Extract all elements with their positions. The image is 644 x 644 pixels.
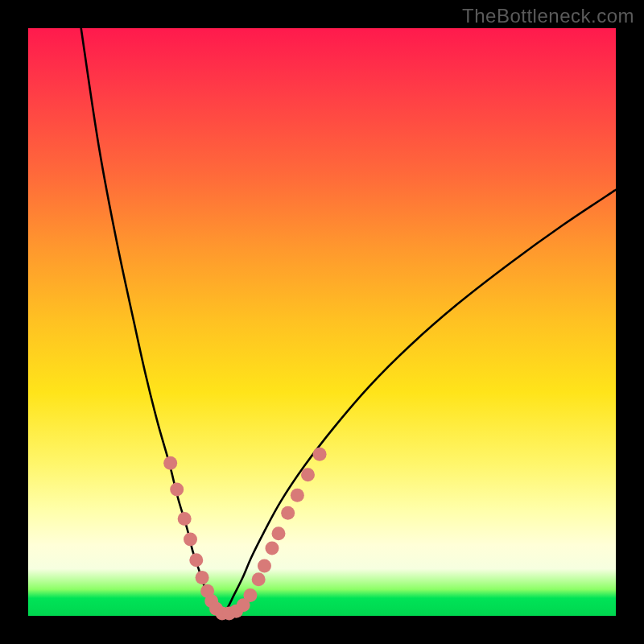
curve-right-curve: [222, 190, 616, 613]
data-dot: [291, 489, 304, 502]
data-dot: [196, 571, 209, 584]
chart-svg: [28, 28, 616, 616]
data-dot: [271, 526, 285, 540]
data-dot: [170, 483, 184, 497]
data-dot: [184, 533, 197, 547]
data-dot: [252, 572, 266, 586]
chart-frame: TheBottleneck.com: [0, 0, 644, 644]
curve-left-curve: [81, 28, 222, 613]
data-dot: [258, 559, 271, 572]
data-dot: [265, 542, 279, 555]
data-dot: [281, 506, 295, 520]
curve-group: [81, 28, 616, 613]
data-dot: [243, 588, 257, 602]
data-dot: [313, 448, 327, 461]
data-dot: [163, 456, 177, 470]
data-dot: [178, 512, 192, 526]
data-dot: [301, 468, 315, 481]
plot-area: [28, 28, 616, 616]
watermark-text: TheBottleneck.com: [462, 5, 634, 27]
dot-group: [163, 448, 326, 621]
data-dot: [189, 553, 203, 567]
